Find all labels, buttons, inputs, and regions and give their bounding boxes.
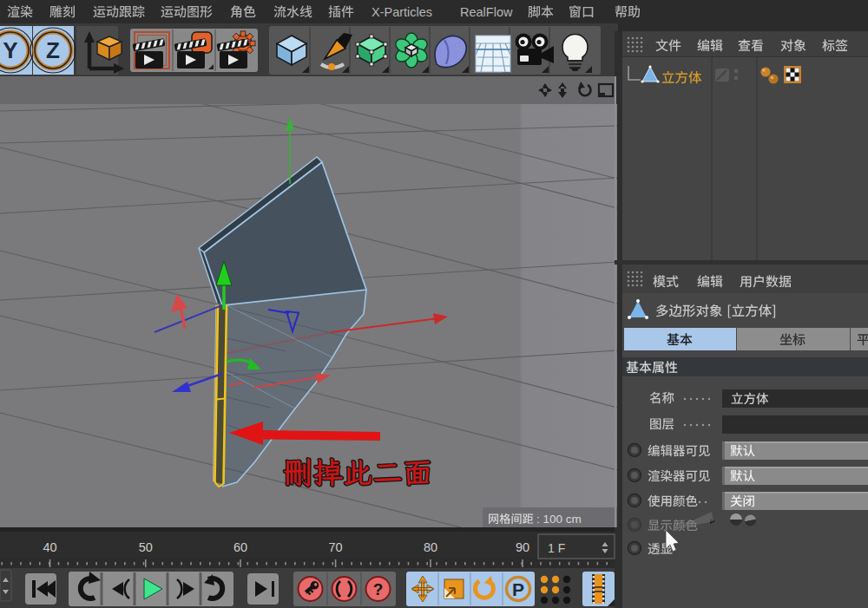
svg-text:: 100 cm: : 100 cm xyxy=(536,513,582,526)
svg-text:70: 70 xyxy=(329,540,343,554)
svg-text:Y: Y xyxy=(3,37,17,63)
svg-text:50: 50 xyxy=(139,540,153,554)
svg-text:?: ? xyxy=(373,580,384,598)
svg-text:RealFlow: RealFlow xyxy=(460,5,513,19)
svg-text:Z: Z xyxy=(46,37,60,63)
svg-text:1 F: 1 F xyxy=(548,541,565,555)
svg-text:P: P xyxy=(512,579,524,599)
svg-text:90: 90 xyxy=(516,540,529,554)
svg-text:X-Particles: X-Particles xyxy=(372,5,432,19)
svg-text:60: 60 xyxy=(233,540,247,554)
svg-text:80: 80 xyxy=(424,540,437,554)
svg-text:40: 40 xyxy=(43,540,57,554)
